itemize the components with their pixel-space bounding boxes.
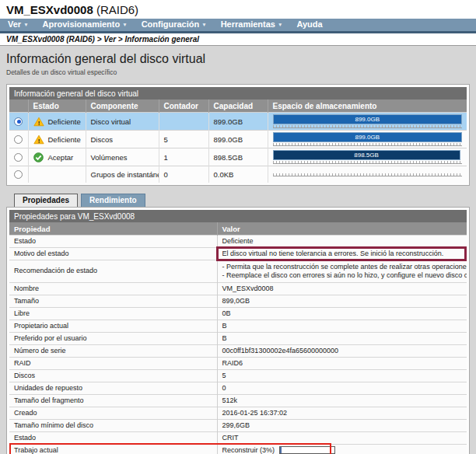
storage-bar: 898.5GB xyxy=(273,150,463,164)
rebuild-progress-fill xyxy=(280,447,282,453)
radio-disco-virtual[interactable] xyxy=(14,117,23,126)
menu-bar: Ver▼ Aprovisionamiento▼ Configuración▼ H… xyxy=(0,19,476,33)
radio-discos[interactable] xyxy=(14,135,23,144)
menu-herramientas[interactable]: Herramientas▼ xyxy=(214,19,290,30)
overview-panel-title: Información general del disco virtual xyxy=(9,87,467,100)
warning-icon: ! xyxy=(33,134,44,145)
prop-row-estado: Estado Deficiente xyxy=(9,235,467,247)
properties-table: Propiedad Valor Estado Deficiente Motivo… xyxy=(9,222,467,454)
prop-row-motivo: Motivo del estado El disco virtual no ti… xyxy=(9,247,467,260)
svg-text:!: ! xyxy=(37,137,40,144)
overview-row-volumenes[interactable]: Aceptar Volúmenes 1 898.5GB 898.5GB xyxy=(9,148,467,166)
chevron-down-icon: ▼ xyxy=(23,22,28,27)
prop-row-creado: Creado 2016-01-25 16:37:02 xyxy=(9,407,467,419)
warning-icon: ! xyxy=(33,117,44,127)
properties-panel-title: Propiedades para VM_ESXvd0008 xyxy=(9,210,467,222)
storage-bar: 899.0GB xyxy=(273,114,463,128)
menu-configuracion[interactable]: Configuración▼ xyxy=(135,19,214,30)
col-propiedad: Propiedad xyxy=(9,222,217,236)
col-contador: Contador xyxy=(159,100,208,113)
chevron-down-icon: ▼ xyxy=(278,22,282,27)
overview-row-grupos-instantaneas[interactable]: Grupos de instantáneas 0 0.0KB xyxy=(9,166,467,183)
col-estado: Estado xyxy=(28,100,86,113)
recommendation-line: - Permita que la reconstrucción se compl… xyxy=(222,263,463,271)
prop-row-estado-crit: Estado CRIT xyxy=(9,431,467,444)
prop-row-trabajo-actual: Trabajo actual Reconstruir (3%) xyxy=(9,444,467,454)
overview-row-discos[interactable]: !Deficiente Discos 5 899.0GB 899.0GB xyxy=(9,131,467,148)
tab-rendimiento[interactable]: Rendimiento xyxy=(81,194,145,207)
window-title: VM_ESXvd0008 (RAID6) xyxy=(0,0,476,19)
rebuild-job-label: Reconstruir (3%) xyxy=(222,446,275,454)
radio-grupos-instantaneas[interactable] xyxy=(14,170,23,179)
col-capacidad: Capacidad xyxy=(208,100,268,113)
menu-aprovisionamiento[interactable]: Aprovisionamiento▼ xyxy=(36,19,135,30)
overview-row-disco-virtual[interactable]: !Deficiente Disco virtual 899.0GB 899.0G… xyxy=(9,113,467,131)
prop-row-preferido: Preferido por el usuario B xyxy=(9,332,467,344)
raid-level-label: (RAID6) xyxy=(96,3,138,16)
menu-ayuda[interactable]: Ayuda xyxy=(289,19,329,30)
ruler xyxy=(273,125,463,128)
prop-row-discos: Discos 5 xyxy=(9,369,467,382)
prop-row-tamano-minimo: Tamaño mínimo del disco 299,6GB xyxy=(9,419,467,431)
page-subtitle: Detalles de un disco virtual específico xyxy=(6,68,470,76)
prop-row-fragmento: Tamaño del fragmento 512k xyxy=(9,394,467,407)
page-content: Información general del disco virtual De… xyxy=(0,45,476,454)
ok-icon xyxy=(33,152,44,162)
prop-row-propietario: Propietario actual B xyxy=(9,320,467,332)
prop-row-recomendacion: Recomendación de estado - Permita que la… xyxy=(9,260,467,282)
prop-row-numero-serie: Número de serie 00c0ff1bf31300002e4fa656… xyxy=(9,344,467,357)
rebuild-progress-bar xyxy=(279,446,335,454)
chevron-down-icon: ▼ xyxy=(122,22,127,27)
breadcrumb: VM_ESXvd0008 (RAID6) > Ver > Información… xyxy=(0,33,476,45)
prop-row-tamano: Tamaño 899,0GB xyxy=(9,295,467,307)
ruler xyxy=(273,173,463,176)
tab-propiedades[interactable]: Propiedades xyxy=(14,194,78,207)
page-title: Información general del disco virtual xyxy=(6,52,470,66)
col-radio xyxy=(9,100,28,113)
recommendation-line: - Reemplace el disco con errores si aún … xyxy=(222,271,463,280)
storage-bar-empty xyxy=(273,173,463,176)
prop-row-raid: RAID RAID6 xyxy=(9,357,467,369)
properties-panel: Propiedades para VM_ESXvd0008 Propiedad … xyxy=(6,207,470,454)
tab-bar: Propiedades Rendimiento xyxy=(14,194,470,207)
col-espacio: Espacio de almacenamiento xyxy=(268,100,467,113)
radio-volumenes[interactable] xyxy=(14,153,23,162)
device-name: VM_ESXvd0008 xyxy=(6,3,93,16)
menu-ver[interactable]: Ver▼ xyxy=(6,19,36,30)
chevron-down-icon: ▼ xyxy=(201,22,206,27)
overview-panel: Información general del disco virtual Es… xyxy=(6,84,470,186)
prop-row-nombre: Nombre VM_ESXvd0008 xyxy=(9,282,467,295)
overview-table: Estado Componente Contador Capacidad Esp… xyxy=(9,100,467,183)
ruler xyxy=(273,161,463,164)
prop-row-repuesto: Unidades de repuesto 0 xyxy=(9,382,467,394)
svg-text:!: ! xyxy=(37,119,40,126)
col-componente: Componente xyxy=(86,100,159,113)
prop-row-libre: Libre 0B xyxy=(9,307,467,320)
col-valor: Valor xyxy=(217,222,467,236)
ruler xyxy=(273,143,463,146)
storage-bar: 899.0GB xyxy=(273,132,463,146)
